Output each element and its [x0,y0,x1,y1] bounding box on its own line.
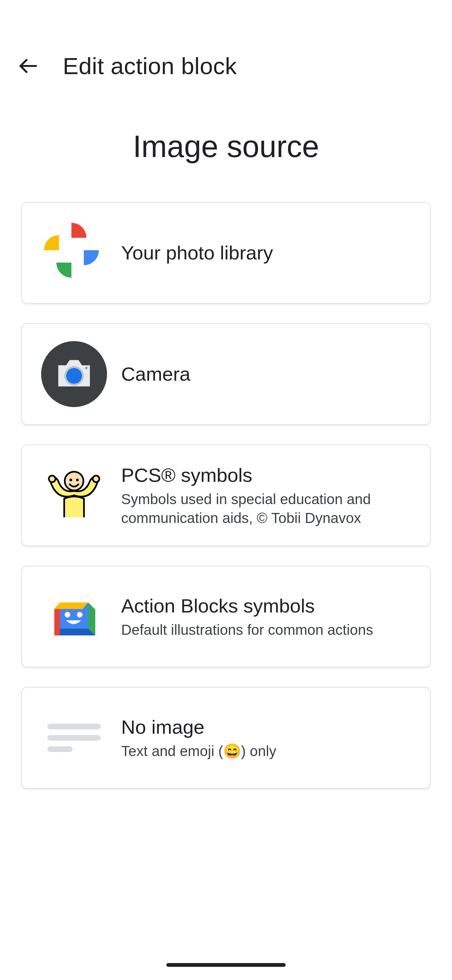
svg-point-4 [65,472,84,491]
section-title: Image source [0,129,452,164]
svg-point-3 [85,367,87,369]
option-no-image-title: No image [121,715,412,740]
svg-marker-17 [54,603,88,609]
back-button[interactable] [13,50,44,82]
option-photo-library-title: Your photo library [121,240,412,265]
option-camera[interactable]: Camera [21,323,431,425]
option-no-image[interactable]: No image Text and emoji (😄) only [21,687,431,789]
text-lines-icon [40,703,109,772]
svg-point-8 [93,476,100,482]
svg-point-6 [76,479,79,482]
svg-point-1 [66,368,82,383]
svg-point-18 [65,612,70,617]
option-photo-library[interactable]: Your photo library [21,202,431,304]
option-no-image-description: Text and emoji (😄) only [121,742,412,761]
svg-point-5 [69,479,72,482]
options-list: Your photo library Camera [0,202,452,789]
app-bar: Edit action block [0,0,452,94]
svg-point-7 [49,476,56,482]
pcs-person-icon [40,461,109,530]
page-title: Edit action block [63,52,237,80]
option-camera-title: Camera [121,362,412,387]
option-pcs-title: PCS® symbols [121,463,412,487]
gesture-nav-bar[interactable] [167,963,285,967]
option-action-blocks-description: Default illustrations for common actions [121,620,412,640]
svg-point-19 [77,612,82,617]
option-pcs-description: Symbols used in special education and co… [121,490,412,528]
google-photos-icon [40,218,109,287]
option-action-blocks-title: Action Blocks symbols [121,593,412,618]
camera-icon [40,340,109,409]
option-action-blocks[interactable]: Action Blocks symbols Default illustrati… [21,566,431,667]
option-pcs-symbols[interactable]: PCS® symbols Symbols used in special edu… [21,444,431,546]
action-blocks-icon [40,582,109,651]
back-arrow-icon [18,56,39,76]
